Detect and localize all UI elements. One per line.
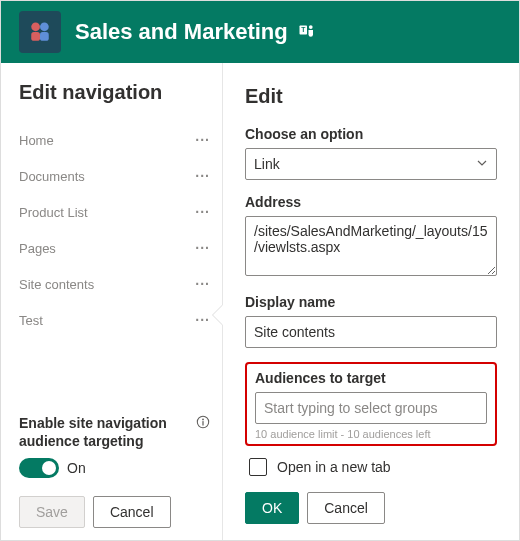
right-button-row: OK Cancel <box>245 492 497 524</box>
site-title: Sales and Marketing <box>75 19 288 45</box>
toggle-knob <box>42 461 56 475</box>
main-content: Edit navigation Home ··· Documents ··· P… <box>1 63 519 540</box>
left-button-row: Save Cancel <box>19 496 210 528</box>
nav-item-test[interactable]: Test ··· <box>19 302 210 338</box>
option-label: Choose an option <box>245 126 497 142</box>
nav-item-label: Home <box>19 133 54 148</box>
audiences-input[interactable] <box>255 392 487 424</box>
display-name-field: Display name <box>245 294 497 348</box>
cancel-button[interactable]: Cancel <box>307 492 385 524</box>
svg-point-1 <box>40 22 49 31</box>
nav-item-documents[interactable]: Documents ··· <box>19 158 210 194</box>
more-icon[interactable]: ··· <box>195 240 210 256</box>
svg-rect-3 <box>40 32 49 41</box>
teams-icon: T <box>298 21 316 43</box>
edit-link-panel: Edit Choose an option Link Address Displ… <box>223 63 519 540</box>
nav-list: Home ··· Documents ··· Product List ··· … <box>19 122 210 338</box>
chevron-down-icon <box>476 156 488 172</box>
open-new-tab-checkbox[interactable] <box>249 458 267 476</box>
cancel-button[interactable]: Cancel <box>93 496 171 528</box>
nav-item-label: Documents <box>19 169 85 184</box>
more-icon[interactable]: ··· <box>195 312 210 328</box>
address-input[interactable] <box>245 216 497 276</box>
display-name-label: Display name <box>245 294 497 310</box>
option-select[interactable]: Link <box>245 148 497 180</box>
audiences-label: Audiences to target <box>255 370 487 386</box>
nav-item-label: Site contents <box>19 277 94 292</box>
nav-item-product-list[interactable]: Product List ··· <box>19 194 210 230</box>
more-icon[interactable]: ··· <box>195 132 210 148</box>
more-icon[interactable]: ··· <box>195 276 210 292</box>
option-value: Link <box>254 156 280 172</box>
edit-panel-title: Edit <box>245 85 497 108</box>
open-new-tab-label: Open in a new tab <box>277 459 391 475</box>
option-field: Choose an option Link <box>245 126 497 180</box>
audience-targeting-toggle-row: On <box>19 458 210 478</box>
info-icon[interactable] <box>196 415 210 429</box>
open-new-tab-row: Open in a new tab <box>249 458 497 476</box>
ok-button[interactable]: OK <box>245 492 299 524</box>
panel-title: Edit navigation <box>19 81 210 104</box>
panel-pointer <box>213 305 223 325</box>
save-button[interactable]: Save <box>19 496 85 528</box>
address-field: Address <box>245 194 497 280</box>
svg-point-6 <box>309 25 313 29</box>
address-label: Address <box>245 194 497 210</box>
svg-point-0 <box>31 22 40 31</box>
nav-item-site-contents[interactable]: Site contents ··· <box>19 266 210 302</box>
nav-item-home[interactable]: Home ··· <box>19 122 210 158</box>
left-panel-footer: Enable site navigation audience targetin… <box>19 414 210 528</box>
site-logo <box>19 11 61 53</box>
svg-rect-2 <box>31 32 40 41</box>
audience-targeting-toggle[interactable] <box>19 458 59 478</box>
site-header: Sales and Marketing T <box>1 1 519 63</box>
audiences-highlight: Audiences to target 10 audience limit - … <box>245 362 497 446</box>
audiences-hint: 10 audience limit - 10 audiences left <box>255 428 487 440</box>
edit-navigation-panel: Edit navigation Home ··· Documents ··· P… <box>1 63 223 540</box>
display-name-input[interactable] <box>245 316 497 348</box>
nav-item-label: Pages <box>19 241 56 256</box>
audience-targeting-label: Enable site navigation audience targetin… <box>19 414 210 450</box>
toggle-state-label: On <box>67 460 86 476</box>
svg-rect-9 <box>202 421 203 425</box>
more-icon[interactable]: ··· <box>195 168 210 184</box>
more-icon[interactable]: ··· <box>195 204 210 220</box>
nav-item-pages[interactable]: Pages ··· <box>19 230 210 266</box>
nav-item-label: Product List <box>19 205 88 220</box>
nav-item-label: Test <box>19 313 43 328</box>
svg-point-8 <box>202 418 204 420</box>
